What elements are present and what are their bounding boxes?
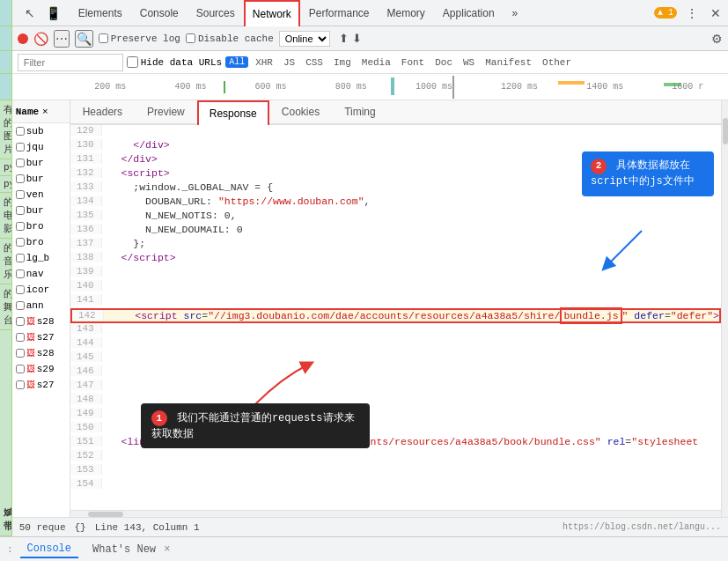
filter-media[interactable]: Media [358,56,394,69]
record-button[interactable] [18,33,28,44]
line-146: 146 [70,365,721,380]
file-item-icor[interactable]: icor [12,282,70,298]
hide-data-checkbox[interactable] [127,56,138,68]
filter-doc[interactable]: Doc [431,56,456,69]
filter-icon[interactable]: ⋯ [54,30,70,48]
line-152: 152 [70,450,721,464]
file-item-ven[interactable]: ven [12,187,70,203]
horizontal-scrollbar[interactable] [70,510,721,517]
file-item-bro1[interactable]: bro [12,218,70,234]
tab-more[interactable]: » [504,0,527,26]
disable-cache-checkbox[interactable] [186,33,195,43]
filter-xhr[interactable]: XHR [252,56,276,69]
sidebar-item-4[interactable]: 的电影 [0,193,11,239]
tab-timing[interactable]: Timing [332,100,388,124]
devtools-main: ↖ 📱 Elements Console Sources Network Per… [12,0,728,536]
close-panel-icon[interactable]: × [42,107,48,117]
file-list: Name × sub jqu bur bur ven bur bro bro l… [12,100,70,517]
file-item-bur3[interactable]: bur [12,203,70,218]
tab-response[interactable]: Response [197,100,269,125]
filter-img[interactable]: Img [330,56,355,69]
filter-js[interactable]: JS [280,56,298,69]
tab-memory[interactable]: Memory [379,0,434,26]
line-141: 141 [70,294,721,308]
file-item-jqu[interactable]: jqu [12,139,70,155]
line-147: 147 [70,380,721,394]
annotation-1: 1 我们不能通过普通的requests请求来获取数据 [141,403,370,448]
file-item-bro2[interactable]: bro [12,234,70,250]
devtools-tab-bar: ↖ 📱 Elements Console Sources Network Per… [12,0,728,26]
file-item-lgb[interactable]: lg_b [12,250,70,266]
annotation-2: 2 具体数据都放在script中的js文件中 [582,151,714,196]
tab-cookies[interactable]: Cookies [269,100,332,124]
filter-other[interactable]: Other [539,56,575,69]
line-134: 134 DOUBAN_URL: "https://www.douban.com"… [70,196,721,210]
sidebar-item-5[interactable]: 的音乐 [0,239,11,284]
name-column-header: Name [16,107,39,117]
file-item-bur1[interactable]: bur [12,155,70,171]
tab-console-bottom[interactable]: Console [20,541,78,558]
sidebar-item-3[interactable]: python [0,176,11,193]
format-button[interactable]: {} [75,522,86,533]
file-item-nav[interactable]: nav [12,266,70,282]
code-panel: Headers Preview Response Cookies Timing … [70,100,721,517]
file-item-s27b[interactable]: 🖼s27 [12,377,70,393]
tab-preview[interactable]: Preview [135,100,197,124]
network-settings-icon[interactable]: ⚙ [711,32,723,46]
tab-headers[interactable]: Headers [70,100,135,124]
tab-elements[interactable]: Elements [70,0,131,26]
tab-whats-new[interactable]: What's New × [85,542,177,557]
sidebar-item-7[interactable]: 斌 带 [0,504,11,536]
preserve-log-label[interactable]: Preserve log [99,33,180,44]
code-area[interactable]: 129 130 </div> 131 </div> 132 <script> 1… [70,125,721,510]
url-hint: https://blog.csdn.net/langu... [563,522,721,532]
scrollbar-thumb[interactable] [88,512,123,517]
filter-manifest[interactable]: Manifest [482,56,535,69]
cursor-icon[interactable]: ↖ [21,4,39,22]
sidebar-item-6[interactable]: 的舞台 [0,284,11,330]
search-icon[interactable]: 🔍 [75,30,93,48]
close-devtools-icon[interactable]: ✕ [707,4,724,22]
settings-icon[interactable]: ⋮ [682,4,702,22]
filter-font[interactable]: Font [398,56,428,69]
warning-badge: ▲ 1 [654,7,677,18]
close-whats-new-icon[interactable]: × [164,543,170,556]
tab-performance[interactable]: Performance [300,0,379,26]
devtools-window: 有的图片 python python 的电影 的音乐 的舞台 斌 带 ↖ 📱 E… [0,0,728,561]
arrow-2-svg [598,222,651,275]
disable-cache-label[interactable]: Disable cache [186,33,274,44]
tab-console[interactable]: Console [131,0,188,26]
sidebar-item-2[interactable]: python [0,159,11,176]
line-144: 144 [70,337,721,351]
filter-ws[interactable]: WS [460,56,478,69]
mobile-icon[interactable]: 📱 [42,4,64,22]
status-bar: 50 reque {} Line 143, Column 1 https://b… [12,517,728,536]
export-button[interactable]: ⬇ [352,32,362,45]
vertical-scrollbar[interactable] [721,100,728,517]
main-content: Name × sub jqu bur bur ven bur bro bro l… [12,100,728,517]
sidebar-item-1[interactable]: 有的图片 [0,100,11,159]
stop-button[interactable]: 🚫 [33,32,48,46]
throttle-select[interactable]: Online [279,31,330,47]
tab-application[interactable]: Application [434,0,504,26]
line-153: 153 [70,464,721,478]
tab-network[interactable]: Network [244,0,300,26]
file-item-sub[interactable]: sub [12,123,70,139]
filter-all[interactable]: All [225,56,248,68]
file-item-s28b[interactable]: 🖼s28 [12,345,70,361]
file-item-bur2[interactable]: bur [12,171,70,187]
tab-sources[interactable]: Sources [188,0,244,26]
network-toolbar: 🚫 ⋯ 🔍 Preserve log Disable cache Online … [12,26,728,51]
filter-css[interactable]: CSS [302,56,327,69]
file-item-ann[interactable]: ann [12,298,70,314]
line-154: 154 [70,478,721,492]
filter-bar: Hide data URLs All XHR JS CSS Img Media … [12,51,728,74]
hide-data-label[interactable]: Hide data URLs [127,56,222,68]
file-item-s27a[interactable]: 🖼s27 [12,329,70,345]
preserve-log-checkbox[interactable] [99,33,108,43]
left-sidebar: 有的图片 python python 的电影 的音乐 的舞台 斌 带 [0,0,12,536]
filter-input[interactable] [18,54,123,71]
import-button[interactable]: ⬆ [339,32,349,45]
file-item-s29[interactable]: 🖼s29 [12,361,70,377]
file-item-s28a[interactable]: 🖼s28 [12,314,70,329]
